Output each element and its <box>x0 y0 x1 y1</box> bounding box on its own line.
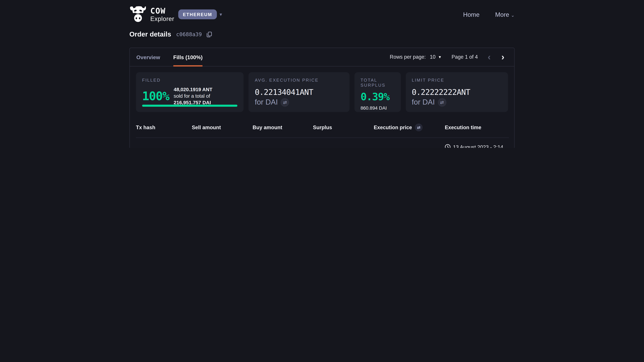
swap-price-icon[interactable]: ⇄ <box>281 98 289 107</box>
swap-price-icon[interactable]: ⇄ <box>438 98 446 107</box>
rows-per-page-select[interactable]: 10 ▼ <box>430 54 442 60</box>
total-surplus-amount: 860.894 DAI <box>360 105 394 110</box>
summary-cards: FILLED 100% 48,020.1919 ANT sold for a t… <box>130 66 514 116</box>
col-execution-price: Execution price⇄ <box>374 118 445 138</box>
brand-name: COW <box>150 7 174 15</box>
brand-logo[interactable]: COW Explorer <box>129 6 174 23</box>
top-bar: COW Explorer ETHEREUM ▾ Home More⌄ <box>129 0 514 27</box>
nav-home-link[interactable]: Home <box>463 11 480 18</box>
avg-execution-price-card: AVG. EXECUTION PRICE 0.22134041ANT for D… <box>249 72 350 112</box>
order-id: c0688a39 <box>176 31 202 37</box>
avg-price-value: 0.22134041ANT <box>255 87 343 96</box>
order-panel: Overview Fills (100%) Rows per page: 10 … <box>129 48 514 148</box>
tab-fills[interactable]: Fills (100%) <box>173 48 202 66</box>
select-triangle-icon: ▼ <box>438 55 442 59</box>
tab-overview[interactable]: Overview <box>136 48 160 66</box>
filled-card: FILLED 100% 48,020.1919 ANT sold for a t… <box>136 72 244 112</box>
total-surplus-percent: 0.39% <box>360 91 394 103</box>
col-execution-time: Execution time <box>445 118 509 138</box>
network-caret-icon[interactable]: ▾ <box>220 11 222 17</box>
filled-detail: 48,020.1919 ANT sold for a total of 216,… <box>174 86 238 106</box>
limit-price-label: LIMIT PRICE <box>412 78 502 82</box>
rows-per-page-label: Rows per page: <box>390 54 426 60</box>
col-buy-amount: Buy amount <box>252 118 313 138</box>
table-row: 0x4ed9...14a0 1,054.8632 ANT 4,756.5977 … <box>136 138 509 148</box>
main-nav: Home More⌄ <box>463 11 514 18</box>
fills-table-body: 0x4ed9...14a0 1,054.8632 ANT 4,756.5977 … <box>136 138 509 148</box>
filled-percent: 100% <box>142 89 169 103</box>
avg-price-unit: for DAI <box>255 98 278 107</box>
total-surplus-card: TOTAL SURPLUS 0.39% 860.894 DAI <box>354 72 401 112</box>
page-title: Order details <box>129 30 171 38</box>
network-badge[interactable]: ETHEREUM <box>178 9 217 19</box>
page-indicator: Page 1 of 4 <box>452 54 478 60</box>
execution-time: 13 August 2023 - 2:14 PM <box>445 144 503 148</box>
col-tx-hash: Tx hash <box>136 118 192 138</box>
tabs-bar: Overview Fills (100%) Rows per page: 10 … <box>130 48 514 66</box>
cow-icon <box>129 6 146 23</box>
table-header-row: Tx hash Sell amount Buy amount Surplus E… <box>136 118 509 138</box>
page-root: COW Explorer ETHEREUM ▾ Home More⌄ Order… <box>0 0 644 148</box>
chevron-down-icon: ⌄ <box>511 12 515 17</box>
copy-order-id-icon[interactable] <box>207 31 212 37</box>
nav-more-link[interactable]: More⌄ <box>495 11 514 18</box>
next-page-button[interactable]: › <box>498 52 508 61</box>
filled-label: FILLED <box>142 78 238 82</box>
limit-price-card: LIMIT PRICE 0.22222222ANT for DAI ⇄ <box>406 72 508 112</box>
fill-progress-bar <box>142 105 238 107</box>
limit-price-value: 0.22222222ANT <box>412 87 502 96</box>
total-surplus-label: TOTAL SURPLUS <box>360 78 394 87</box>
col-sell-amount: Sell amount <box>192 118 252 138</box>
col-surplus: Surplus <box>313 118 374 138</box>
invert-price-icon[interactable]: ⇄ <box>415 123 423 131</box>
prev-page-button[interactable]: ‹ <box>484 52 494 61</box>
avg-price-label: AVG. EXECUTION PRICE <box>255 78 343 82</box>
clock-icon <box>445 144 450 148</box>
brand-subtitle: Explorer <box>150 15 174 22</box>
fills-table: Tx hash Sell amount Buy amount Surplus E… <box>136 118 509 148</box>
limit-price-unit: for DAI <box>412 98 435 107</box>
